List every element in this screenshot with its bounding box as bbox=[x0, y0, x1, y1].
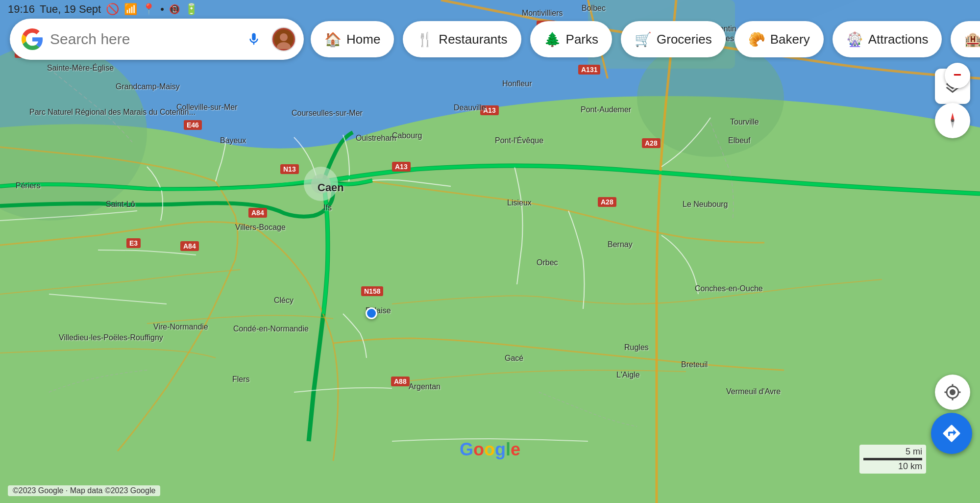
city-label: Deauville bbox=[454, 103, 486, 112]
city-label: Flers bbox=[232, 375, 250, 384]
home-label: Home bbox=[346, 32, 380, 47]
city-label: L'Aigle bbox=[616, 371, 640, 379]
home-icon: 🏠 bbox=[324, 31, 342, 48]
road-label: A84 bbox=[248, 208, 267, 218]
parks-label: Parks bbox=[566, 32, 598, 47]
city-label: Clécy bbox=[274, 296, 294, 305]
city-label: Orbec bbox=[537, 258, 558, 267]
road-label: N158 bbox=[361, 286, 383, 296]
category-pills: 🏠Home🍴Restaurants🌲Parks🛒Groceries🥐Bakery… bbox=[311, 21, 980, 57]
user-avatar[interactable] bbox=[271, 27, 296, 51]
road-label: A28 bbox=[598, 197, 616, 207]
road-label: A13 bbox=[392, 162, 411, 172]
city-label: Pont-l'Évêque bbox=[495, 136, 543, 145]
road-label: A131 bbox=[578, 65, 600, 75]
city-label: Villers-Bocage bbox=[235, 223, 286, 232]
city-label: Ifs bbox=[323, 203, 332, 212]
restaurants-label: Restaurants bbox=[439, 32, 507, 47]
svg-point-11 bbox=[951, 119, 954, 122]
google-watermark: Google bbox=[460, 439, 520, 460]
city-label: Honfleur bbox=[502, 79, 532, 88]
groceries-label: Groceries bbox=[657, 32, 712, 47]
current-location-dot bbox=[366, 307, 377, 319]
category-pill-restaurants[interactable]: 🍴Restaurants bbox=[403, 21, 521, 57]
scale-miles: 5 mi bbox=[906, 447, 922, 456]
city-label: Bayeux bbox=[220, 136, 246, 145]
road-label: A84 bbox=[180, 241, 199, 251]
city-label: Périers bbox=[16, 181, 41, 190]
city-label: Condé-en-Normandie bbox=[233, 325, 309, 333]
city-label: Sainte-Mère-Église bbox=[47, 64, 114, 73]
search-box[interactable] bbox=[10, 19, 304, 60]
road-label: N13 bbox=[280, 164, 299, 174]
road-label: E3 bbox=[126, 238, 141, 248]
category-pill-bakery[interactable]: 🥐Bakery bbox=[735, 21, 824, 57]
directions-button[interactable] bbox=[931, 413, 972, 454]
city-label: Bernay bbox=[608, 240, 633, 249]
attractions-icon: 🎡 bbox=[846, 31, 863, 48]
bakery-icon: 🥐 bbox=[748, 31, 765, 48]
road-label: A88 bbox=[391, 377, 410, 386]
zoom-out-button[interactable]: − bbox=[945, 63, 970, 88]
city-label: Elbeuf bbox=[728, 136, 750, 145]
compass-button[interactable] bbox=[935, 103, 970, 138]
city-label: Montivilliers bbox=[522, 9, 563, 18]
city-label: Tourville bbox=[730, 118, 759, 126]
city-label: Caen bbox=[318, 181, 344, 194]
road-label: A28 bbox=[642, 138, 661, 148]
category-pill-home[interactable]: 🏠Home bbox=[311, 21, 394, 57]
city-label: Vermeuil d'Avre bbox=[726, 387, 781, 396]
city-label: Vire-Normandie bbox=[153, 323, 208, 331]
city-label: Gacé bbox=[505, 354, 523, 363]
city-label: Bolbec bbox=[582, 4, 606, 13]
scale-bar: 5 mi 10 km bbox=[859, 445, 926, 474]
search-input[interactable] bbox=[50, 31, 236, 48]
google-logo-icon bbox=[22, 28, 43, 50]
city-label: Cabourg bbox=[392, 131, 422, 140]
city-label: Conches-en-Ouche bbox=[695, 284, 763, 293]
city-label: Rugles bbox=[624, 343, 649, 352]
attractions-label: Attractions bbox=[868, 32, 929, 47]
groceries-icon: 🛒 bbox=[635, 31, 652, 48]
city-label: Breteuil bbox=[681, 360, 708, 369]
map-background bbox=[0, 0, 980, 503]
city-label: Saint-Lô bbox=[106, 200, 135, 209]
hotels-icon: 🏨 bbox=[964, 31, 980, 48]
city-label: Parc Naturel Régional des Marais du Cote… bbox=[29, 108, 196, 117]
map-container[interactable]: N13A29A131A13A13A28A28E46A84A84E3N13N158… bbox=[0, 0, 980, 503]
city-label: Courseulles-sur-Mer bbox=[292, 109, 363, 118]
city-label: Argentan bbox=[409, 382, 441, 391]
city-label: Grandcamp-Maisy bbox=[116, 82, 180, 91]
city-label: Ouistreham bbox=[356, 134, 396, 143]
category-pill-parks[interactable]: 🌲Parks bbox=[530, 21, 612, 57]
road-label: E46 bbox=[184, 120, 202, 130]
city-label: Le Neubourg bbox=[683, 200, 728, 209]
city-label: Villedieu-les-Poëles-Rouffigny bbox=[59, 333, 163, 342]
city-label: Lisieux bbox=[507, 199, 532, 207]
restaurants-icon: 🍴 bbox=[416, 31, 434, 48]
category-pill-groceries[interactable]: 🛒Groceries bbox=[621, 21, 726, 57]
city-label: Pont-Audemer bbox=[581, 105, 631, 114]
mic-icon[interactable] bbox=[243, 28, 265, 50]
category-pill-attractions[interactable]: 🎡Attractions bbox=[833, 21, 942, 57]
bakery-label: Bakery bbox=[770, 32, 810, 47]
scale-km: 10 km bbox=[898, 461, 922, 471]
location-button[interactable] bbox=[935, 375, 970, 410]
parks-icon: 🌲 bbox=[544, 31, 561, 48]
svg-point-7 bbox=[280, 33, 288, 41]
